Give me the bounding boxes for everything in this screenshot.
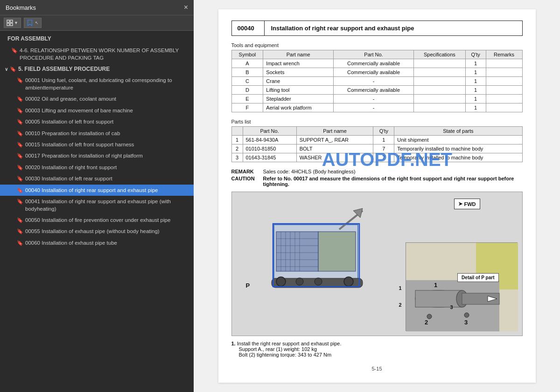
- tools-table-row: B Sockets Commercially available 1: [231, 68, 522, 77]
- svg-rect-3: [10, 23, 13, 26]
- caution-row: CAUTION Refer to No. 00017 and measure t…: [231, 176, 523, 187]
- diagram-num-2: 2: [399, 302, 401, 308]
- sidebar-item-00005[interactable]: 🔖 00005 Installation of left front suppo…: [0, 116, 194, 127]
- sidebar-item-00017[interactable]: 🔖 00017 Preparation for installation of …: [0, 150, 194, 161]
- diagram-num-1: 1: [399, 285, 401, 291]
- page-number: 5-15: [231, 366, 523, 371]
- tools-col-qty: Q'ty: [465, 50, 486, 59]
- tools-cell-remarks: [486, 103, 522, 112]
- parts-col-partname: Part name: [296, 127, 373, 136]
- grid-icon: [7, 20, 13, 26]
- bookmark-icon-00010: 🔖: [17, 130, 23, 137]
- sidebar-item-00055[interactable]: 🔖 00055 Installation of exhaust pipe (wi…: [0, 226, 194, 237]
- caution-text: Refer to No. 00017 and measure the dimen…: [263, 176, 523, 187]
- tools-table-row: D Lifting tool Commercially available 1: [231, 86, 522, 95]
- parts-cell-num: 2: [231, 144, 243, 153]
- parts-cell-partno: 01643-31845: [243, 153, 296, 162]
- bookmark-icon-00003: 🔖: [17, 107, 23, 114]
- detail-illustration: 1 2 3: [406, 243, 518, 331]
- sidebar-item-00010-label: 00010 Preparation for installation of ca…: [25, 130, 120, 137]
- tools-table-row: C Crane - 1: [231, 77, 522, 86]
- sidebar-item-00020[interactable]: 🔖 00020 Installation of right front supp…: [0, 162, 194, 173]
- sidebar-item-00050[interactable]: 🔖 00050 Installation of fire prevention …: [0, 214, 194, 226]
- sidebar-item-00017-label: 00017 Preparation for installation of ri…: [25, 152, 143, 159]
- instruction-detail-1-1: Bolt (2) tightening torque: 343 to 427 N…: [239, 352, 332, 358]
- sidebar-item-5[interactable]: ∨ 🔖 5. FIELD ASSEMBLY PROCEDURE: [0, 63, 194, 75]
- sidebar-item-00002[interactable]: 🔖 00002 Oil and grease, coolant amount: [0, 93, 194, 104]
- tools-table-row: A Impact wrench Commercially available 1: [231, 59, 522, 68]
- parts-cell-partname: BOLT: [296, 144, 373, 153]
- sidebar-item-00001[interactable]: 🔖 00001 Using fuel, coolant, and lubrica…: [0, 75, 194, 93]
- sidebar-item-00040[interactable]: 🔖 00040 Installation of right rear suppo…: [0, 185, 194, 196]
- parts-col-state: State of parts: [394, 127, 522, 136]
- parts-table: Part No. Part name Q'ty State of parts 1…: [231, 126, 523, 162]
- tools-cell-qty: 1: [465, 68, 486, 77]
- svg-point-18: [276, 277, 286, 286]
- tools-cell-remarks: [486, 68, 522, 77]
- instruction-section: 1. Install the right rear support and ex…: [231, 341, 523, 358]
- remark-label: REMARK: [231, 169, 259, 174]
- tools-cell-partname: Aerial work platform: [263, 103, 334, 112]
- instruction-text-1: Install the right rear support and exhau…: [237, 341, 342, 346]
- sidebar-item-00060[interactable]: 🔖 00060 Installation of exhaust pipe tub…: [0, 237, 194, 248]
- sidebar-toolbar: ▼ ↖: [0, 15, 194, 31]
- grid-view-button[interactable]: ▼: [4, 18, 21, 28]
- bookmark-icon-00005: 🔖: [17, 118, 23, 125]
- tools-col-symbol: Symbol: [231, 50, 263, 59]
- svg-rect-1: [10, 20, 13, 22]
- parts-col-partno: Part No.: [243, 127, 296, 136]
- tools-cell-remarks: [486, 86, 522, 95]
- tools-cell-partname: Impact wrench: [263, 59, 334, 68]
- sidebar-item-00050-label: 00050 Installation of fire prevention co…: [25, 216, 170, 224]
- parts-cell-state: Temporarily installed to machine body: [394, 153, 522, 162]
- bookmark-icon-00055: 🔖: [17, 228, 23, 235]
- bookmark-icon-button[interactable]: ↖: [24, 18, 42, 28]
- sidebar-item-00010[interactable]: 🔖 00010 Preparation for installation of …: [0, 128, 194, 139]
- tools-cell-remarks: [486, 95, 522, 103]
- sidebar-item-00015[interactable]: 🔖 00015 Installation of left front suppo…: [0, 139, 194, 150]
- tools-cell-remarks: [486, 59, 522, 68]
- sidebar-item-00005-label: 00005 Installation of left front support: [25, 118, 113, 125]
- bookmark-icon-00002: 🔖: [17, 96, 23, 103]
- tools-col-specs: Specifications: [414, 50, 465, 59]
- sidebar-close-button[interactable]: ×: [184, 4, 188, 11]
- remark-row: REMARK Sales code: 4HCHLS (Body heatingl…: [231, 169, 523, 174]
- detail-p-label: Detail of P part: [457, 273, 498, 282]
- parts-cell-num: 1: [231, 136, 243, 144]
- parts-table-row: 1 561-84-9430A SUPPORT A_, REAR 1 Unit s…: [231, 136, 522, 144]
- tools-col-remarks: Remarks: [486, 50, 522, 59]
- tools-cell-symbol: A: [231, 59, 263, 68]
- fwd-text: FWD: [464, 201, 476, 207]
- bookmark-icon: [27, 20, 33, 26]
- svg-text:3: 3: [464, 319, 468, 326]
- sidebar-item-00015-label: 00015 Installation of left front support…: [25, 141, 134, 148]
- sidebar-item-00030[interactable]: 🔖 00030 Installation of left rear suppor…: [0, 173, 194, 184]
- svg-rect-5: [276, 232, 318, 271]
- tools-table-label: Tools and equipment: [231, 42, 523, 48]
- tools-cell-partname: Sockets: [263, 68, 334, 77]
- tools-col-partname: Part name: [263, 50, 334, 59]
- svg-text:2: 2: [425, 319, 428, 326]
- tools-cell-qty: 1: [465, 77, 486, 86]
- tools-cell-remarks: [486, 77, 522, 86]
- remark-text: Sales code: 4HCHLS (Body heatingless): [263, 169, 356, 174]
- document-page: 00040 Installation of right rear support…: [218, 9, 536, 383]
- sidebar-item-00003[interactable]: 🔖 00003 Lifting and movement of bare mac…: [0, 105, 194, 116]
- tools-cell-partname: Stepladder: [263, 95, 334, 103]
- instruction-1: 1. Install the right rear support and ex…: [231, 341, 523, 358]
- tools-cell-symbol: B: [231, 68, 263, 77]
- sidebar-item-00041[interactable]: 🔖 00041 Installation of right rear suppo…: [0, 196, 194, 214]
- sidebar-item-00003-label: 00003 Lifting and movement of bare machi…: [25, 107, 133, 114]
- sidebar-item-4-6[interactable]: 🔖 4-6. RELATIONSHIP BETWEEN WORK NUMBER …: [0, 45, 194, 63]
- sidebar-item-00040-label: 00040 Installation of right rear support…: [25, 186, 158, 194]
- sidebar: Bookmarks × ▼ ↖ FOR ASSEMBLY 🔖 4-6. RELA…: [0, 0, 194, 392]
- svg-text:1: 1: [434, 282, 437, 289]
- sidebar-item-00002-label: 00002 Oil and grease, coolant amount: [25, 95, 116, 103]
- tools-cell-partno: Commercially available: [333, 68, 413, 77]
- remark-section: REMARK Sales code: 4HCHLS (Body heatingl…: [231, 169, 523, 187]
- dropdown-arrow: ▼: [14, 21, 18, 25]
- expand-icon-5: ∨: [5, 67, 8, 72]
- svg-rect-0: [7, 20, 9, 22]
- tools-cell-qty: 1: [465, 95, 486, 103]
- parts-table-row: 3 01643-31845 WASHER 7 Temporarily insta…: [231, 153, 522, 162]
